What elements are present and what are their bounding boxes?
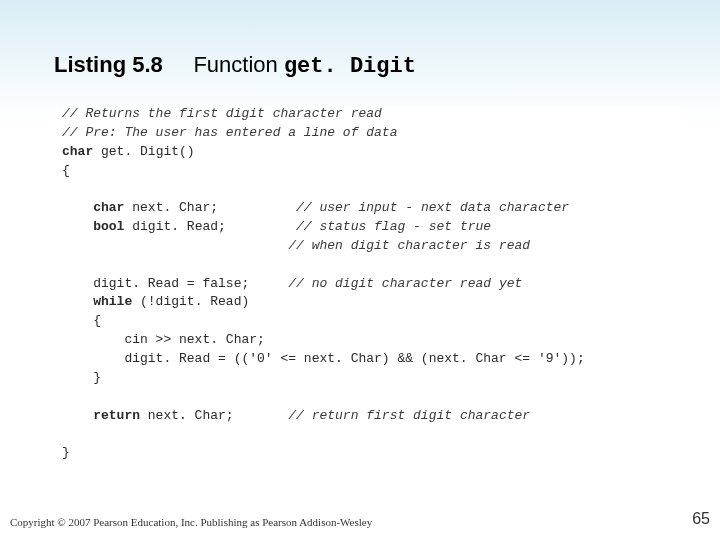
code-ret-kw: return [62,408,140,423]
code-comment-1: // Returns the first digit character rea… [62,106,382,121]
page-number: 65 [692,510,710,528]
code-decl2-cm: // status flag - set true [226,219,491,234]
code-open-brace: { [62,163,70,178]
code-while-rest: (!digit. Read) [132,294,249,309]
title-function-name: get. Digit [284,54,416,79]
code-sig-rest: get. Digit() [93,144,194,159]
title-function-word: Function [193,52,277,77]
code-comment-2: // Pre: The user has entered a line of d… [62,125,397,140]
code-init: digit. Read = false; [62,276,249,291]
slide: Listing 5.8 Function get. Digit // Retur… [0,0,720,540]
code-decl2-kw: bool [62,219,124,234]
code-decl1-kw: char [62,200,124,215]
code-ret-cm: // return first digit character [234,408,530,423]
code-body-2: digit. Read = (('0' <= next. Char) && (n… [62,351,585,366]
code-decl2-rest: digit. Read; [124,219,225,234]
code-decl1-cm: // user input - next data character [218,200,569,215]
code-open-brace-2: { [62,313,101,328]
code-close-brace: } [62,445,70,460]
listing-number: Listing 5.8 [54,52,163,77]
code-init-cm: // no digit character read yet [249,276,522,291]
code-sig-kw: char [62,144,93,159]
code-decl3-cm: // when digit character is read [62,238,530,253]
copyright-text: Copyright © 2007 Pearson Education, Inc.… [10,516,372,528]
code-listing: // Returns the first digit character rea… [62,105,680,463]
slide-footer: Copyright © 2007 Pearson Education, Inc.… [10,510,710,528]
title-spacer1 [169,52,187,77]
code-close-brace-2: } [62,370,101,385]
code-while-kw: while [62,294,132,309]
slide-title: Listing 5.8 Function get. Digit [54,52,416,79]
code-ret-rest: next. Char; [140,408,234,423]
code-body-1: cin >> next. Char; [62,332,265,347]
code-decl1-rest: next. Char; [124,200,218,215]
